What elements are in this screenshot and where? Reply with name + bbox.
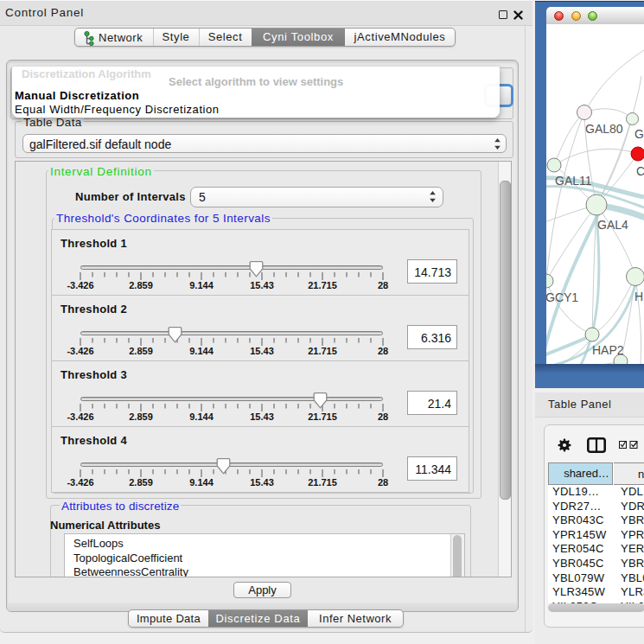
svg-text:HAP2: HAP2 bbox=[592, 343, 624, 357]
svg-text:GCY1: GCY1 bbox=[546, 290, 578, 304]
svg-text:G: G bbox=[634, 127, 644, 141]
svg-text:C: C bbox=[636, 164, 644, 178]
svg-text:GAL4: GAL4 bbox=[597, 218, 628, 232]
svg-text:H: H bbox=[634, 290, 643, 303]
svg-text:GAL80: GAL80 bbox=[585, 122, 623, 136]
svg-text:GAL11: GAL11 bbox=[555, 174, 592, 188]
